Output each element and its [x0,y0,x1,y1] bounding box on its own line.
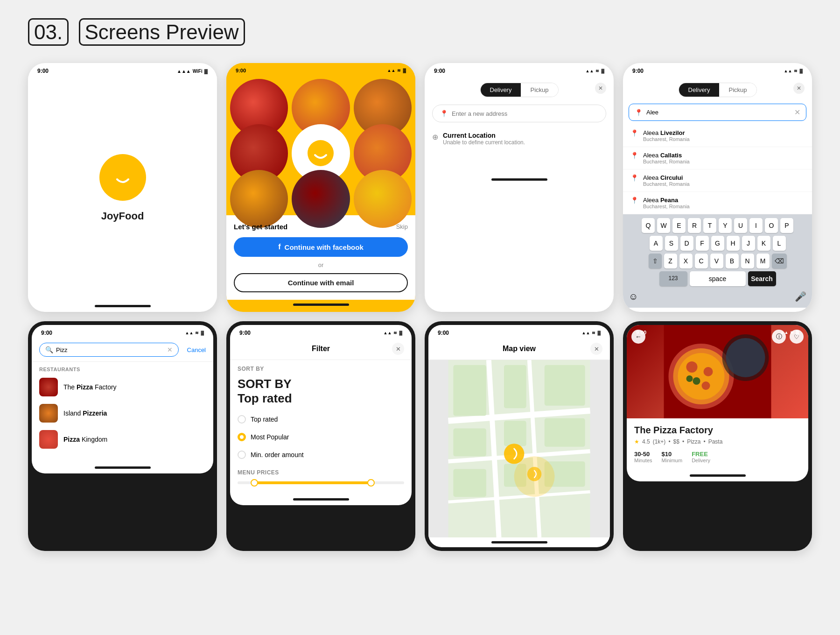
delivery-tab-4[interactable]: Delivery [679,83,720,97]
suggestion-sub-1: Bucharest, Romania [643,136,690,142]
key-f[interactable]: F [696,236,709,251]
map-close-button[interactable]: ✕ [590,343,602,355]
price-range-slider[interactable] [230,481,412,484]
key-s[interactable]: S [665,236,678,251]
status-icons-4: ▲▲ ≋ ▓ [784,69,803,73]
current-location-sub: Unable to define current location. [443,139,525,146]
filter-option-top-rated[interactable]: Top rated [230,410,412,428]
cuisine-1: Pizza [687,438,700,445]
key-b[interactable]: B [726,254,739,268]
screen-filter: 9:00 ▲▲ ≋ ▓ Filter ✕ SORT BY SORT BY Top… [226,321,415,551]
screen-address-keyboard: 9:00 ▲▲ ≋ ▓ Delivery Pickup ✕ 📍 ✕ 📍 [623,63,812,312]
radio-top-rated[interactable] [238,415,246,423]
suggestion-text-4: Aleea Peana Bucharest, Romania [643,197,690,209]
key-e[interactable]: E [672,218,686,233]
suggestion-text-1: Aleea Livezilor Bucharest, Romania [643,129,690,142]
key-c[interactable]: C [695,254,708,268]
key-r[interactable]: R [688,218,701,233]
keyboard-row-3: ⇧ Z X C V B N M ⌫ [625,254,810,268]
delivery-tab-3[interactable]: Delivery [481,83,521,97]
battery-8: ▓ [796,330,799,335]
key-x[interactable]: X [679,254,693,268]
emoji-icon[interactable]: ☺ [629,291,638,302]
signal-icon-4: ▲▲ [784,69,792,73]
search-input-box[interactable]: 🔍 ✕ [39,343,179,357]
clear-search-icon[interactable]: ✕ [167,346,173,353]
key-p[interactable]: P [780,218,793,233]
signal-icon-2: ▲▲ [387,68,396,73]
key-backspace[interactable]: ⌫ [772,254,787,268]
key-j[interactable]: J [742,236,755,251]
map-modal-title: Map view [503,345,536,353]
key-g[interactable]: G [711,236,724,251]
keyboard-search-button[interactable]: Search [748,271,776,286]
key-t[interactable]: T [703,218,716,233]
pickup-tab-4[interactable]: Pickup [719,83,756,97]
search-alee-input-row[interactable]: 📍 ✕ [629,104,806,121]
signal-5: ▲▲ [185,331,194,335]
radio-most-popular[interactable] [238,433,246,441]
key-l[interactable]: L [773,236,786,251]
restaurant-name-1: The Pizza Factory [63,383,117,391]
svg-rect-8 [453,365,486,416]
skip-button[interactable]: Skip [396,223,408,230]
key-u[interactable]: U [734,218,747,233]
alee-search-input[interactable] [646,109,791,116]
address-input[interactable] [452,110,598,117]
wifi-icon: WiFi [193,69,203,74]
restaurant-row-2[interactable]: Island Pizzeria [32,400,213,426]
search-cancel-button[interactable]: Cancel [187,346,206,353]
key-m[interactable]: M [756,254,770,268]
status-bar-5: 9:00 ▲▲ ≋ ▓ [32,325,213,338]
key-o[interactable]: O [765,218,778,233]
current-location-row[interactable]: ⊕ Current Location Unable to define curr… [432,127,606,150]
key-123[interactable]: 123 [659,271,687,286]
key-y[interactable]: Y [719,218,732,233]
microphone-icon[interactable]: 🎤 [795,291,806,302]
svg-point-28 [686,375,693,382]
key-w[interactable]: W [657,218,670,233]
key-z[interactable]: Z [664,254,677,268]
email-continue-button[interactable]: Continue with email [234,273,408,292]
close-button-4[interactable]: ✕ [793,83,805,94]
screens-row-2: 9:00 ▲▲ ≋ ▓ 🔍 ✕ Cancel RESTAURANTS T [28,321,812,551]
pickup-tab-3[interactable]: Pickup [521,83,558,97]
map-area[interactable] [428,360,610,537]
suggestion-livezilor[interactable]: 📍 Aleea Livezilor Bucharest, Romania [623,125,812,147]
radio-min-order[interactable] [238,451,246,459]
home-indicator-8 [690,474,746,477]
suggestion-callatis[interactable]: 📍 Aleea Callatis Bucharest, Romania [623,147,812,169]
key-h[interactable]: H [727,236,740,251]
key-i[interactable]: I [749,218,763,233]
suggestion-text-3: Aleea Circului Bucharest, Romania [643,174,690,187]
key-n[interactable]: N [741,254,754,268]
address-input-row[interactable]: 📍 [432,105,606,122]
suggestion-peana[interactable]: 📍 Aleea Peana Bucharest, Romania [623,192,812,214]
home-indicator-6 [293,498,349,501]
key-space[interactable]: space [690,271,746,286]
filter-close-button[interactable]: ✕ [392,343,404,355]
clear-icon-4[interactable]: ✕ [794,108,800,117]
close-button-3[interactable]: ✕ [595,83,606,94]
delivery-tab-row-3: Delivery Pickup ✕ [425,76,614,100]
filter-option-most-popular[interactable]: Most Popular [230,428,412,446]
wifi-icon-2: ≋ [397,68,401,73]
suggestion-circului[interactable]: 📍 Aleea Circului Bucharest, Romania [623,169,812,192]
key-k[interactable]: K [757,236,770,251]
suggestion-pin-icon-1: 📍 [630,129,638,137]
key-shift[interactable]: ⇧ [649,254,662,268]
free-delivery-value: FREE [692,451,710,458]
facebook-continue-button[interactable]: f Continue with facebook [234,237,408,257]
restaurant-name-2: Island Pizzeria [63,409,107,417]
svg-point-23 [678,353,725,400]
key-d[interactable]: D [680,236,693,251]
filter-option-min-order[interactable]: Min. order amount [230,446,412,464]
suggestion-sub-3: Bucharest, Romania [643,181,690,187]
key-v[interactable]: V [710,254,723,268]
reviews-count: (1k+) [653,438,666,445]
restaurant-row-3[interactable]: Pizza Kingdom [32,426,213,452]
search-restaurant-input[interactable] [56,346,164,353]
key-q[interactable]: Q [642,218,655,233]
key-a[interactable]: A [650,236,663,251]
restaurant-row-1[interactable]: The Pizza Factory [32,374,213,400]
